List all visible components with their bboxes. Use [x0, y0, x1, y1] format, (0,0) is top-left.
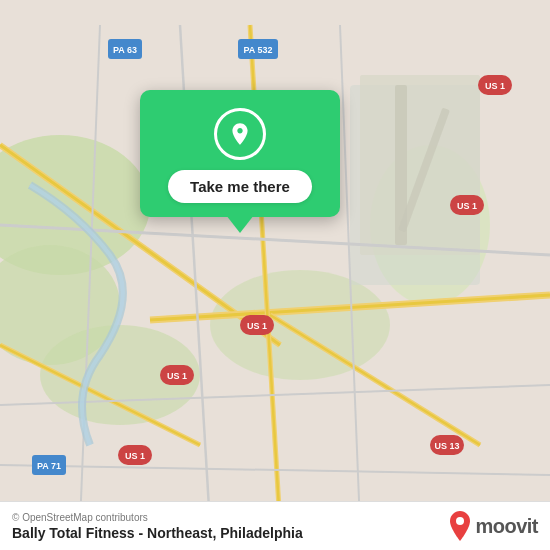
- bottom-bar: © OpenStreetMap contributors Bally Total…: [0, 501, 550, 550]
- svg-text:US 13: US 13: [434, 441, 459, 451]
- location-name: Bally Total Fitness - Northeast, Philade…: [12, 525, 303, 541]
- svg-text:US 1: US 1: [125, 451, 145, 461]
- bottom-info: © OpenStreetMap contributors Bally Total…: [12, 512, 303, 541]
- svg-rect-7: [360, 75, 480, 255]
- moovit-pin: [447, 510, 473, 542]
- map-attribution: © OpenStreetMap contributors: [12, 512, 303, 523]
- svg-text:US 1: US 1: [485, 81, 505, 91]
- navigation-card: Take me there: [140, 90, 340, 217]
- svg-text:PA 532: PA 532: [243, 45, 272, 55]
- svg-text:US 1: US 1: [167, 371, 187, 381]
- svg-point-46: [456, 517, 464, 525]
- moovit-text: moovit: [475, 515, 538, 538]
- take-me-there-button[interactable]: Take me there: [168, 170, 312, 203]
- map-container: PA 63 PA 532 PA 532 US 1 US 1 US 1 US 1 …: [0, 0, 550, 550]
- svg-text:PA 63: PA 63: [113, 45, 137, 55]
- svg-text:PA 71: PA 71: [37, 461, 61, 471]
- map-background: PA 63 PA 532 PA 532 US 1 US 1 US 1 US 1 …: [0, 0, 550, 550]
- moovit-logo: moovit: [447, 510, 538, 542]
- location-pin-icon: [227, 121, 253, 147]
- location-icon-circle: [214, 108, 266, 160]
- svg-text:US 1: US 1: [457, 201, 477, 211]
- svg-text:US 1: US 1: [247, 321, 267, 331]
- svg-point-4: [210, 270, 390, 380]
